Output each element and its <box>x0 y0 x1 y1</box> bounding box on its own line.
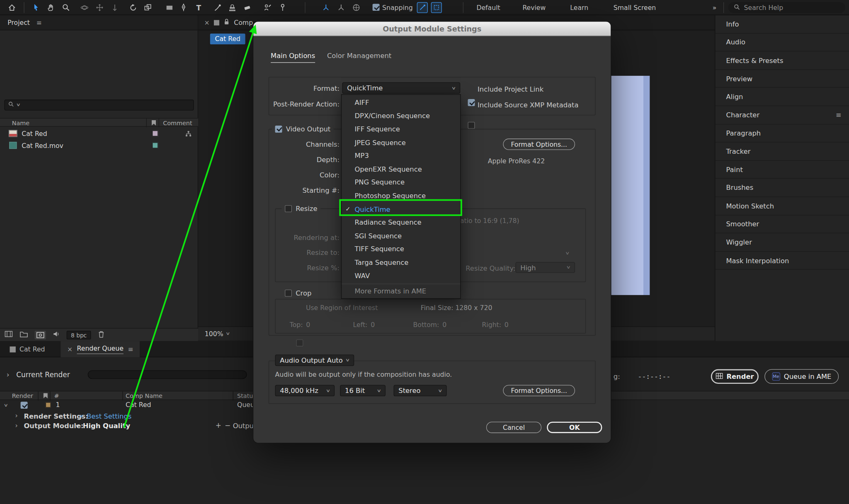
axis-mode-world-icon[interactable] <box>336 3 347 13</box>
panel-tab-mask-interpolation[interactable]: Mask Interpolation <box>715 252 849 270</box>
panel-menu-icon[interactable]: ≡ <box>836 111 842 119</box>
selection-tool-icon[interactable] <box>30 3 41 13</box>
roto-brush-tool-icon[interactable] <box>262 3 273 13</box>
column-divider[interactable] <box>38 391 38 400</box>
type-tool-icon[interactable]: T <box>193 3 204 13</box>
timeline-tab-cat-red[interactable]: Cat Red <box>10 341 45 357</box>
crop-field-value[interactable]: 0 <box>306 321 310 329</box>
format-menu-item[interactable]: AIFF <box>342 96 460 109</box>
audio-channels-dropdown[interactable]: Stereo ∨ <box>394 385 447 396</box>
snap-along-edges-icon[interactable] <box>417 2 428 13</box>
format-menu-item[interactable]: Photoshop Sequence <box>342 189 460 202</box>
search-help-field[interactable]: Search Help <box>728 2 845 13</box>
crop-checkbox[interactable] <box>285 289 292 296</box>
snap-beyond-extents-icon[interactable] <box>431 2 442 13</box>
dialog-title-bar[interactable]: Output Module Settings <box>253 22 611 36</box>
panel-tab-effects-presets[interactable]: Effects & Presets <box>715 51 849 70</box>
zoom-tool-icon[interactable] <box>61 3 71 13</box>
add-output-module-icon[interactable]: + <box>216 421 221 429</box>
tab-main-options[interactable]: Main Options <box>271 51 315 63</box>
disclosure-icon[interactable]: › <box>15 422 18 429</box>
delete-icon[interactable] <box>97 330 105 340</box>
video-output-toggle[interactable]: Video Output <box>272 125 334 133</box>
resize-toggle[interactable]: Resize <box>281 205 320 212</box>
column-divider[interactable] <box>146 119 147 127</box>
workspace-tab-review[interactable]: Review <box>522 4 546 11</box>
column-divider[interactable] <box>159 119 159 127</box>
label-color-swatch[interactable] <box>152 143 158 148</box>
close-icon[interactable]: × <box>204 19 209 26</box>
resize-quality-dropdown[interactable]: High ∨ <box>515 262 575 273</box>
panel-tab-paragraph[interactable]: Paragraph <box>715 124 849 143</box>
project-row-footage[interactable]: Cat Red.mov <box>0 140 198 152</box>
chevron-down-icon[interactable]: ∨ <box>226 332 230 336</box>
workspace-tab-learn[interactable]: Learn <box>570 4 588 11</box>
panel-tab-paint[interactable]: Paint <box>715 161 849 179</box>
label-color-column-icon[interactable] <box>152 120 156 126</box>
bit-depth-button[interactable]: 8 bpc <box>67 330 91 339</box>
lock-icon[interactable] <box>224 18 230 27</box>
new-composition-icon[interactable] <box>35 330 46 339</box>
panel-tab-motion-sketch[interactable]: Motion Sketch <box>715 197 849 215</box>
queue-in-ame-button[interactable]: Me Queue in AME <box>764 369 839 384</box>
format-menu-item[interactable]: Radiance Sequence <box>342 216 460 229</box>
format-menu-item[interactable]: WAV <box>342 269 460 282</box>
chevron-down-icon[interactable]: ∨ <box>4 403 8 407</box>
remove-output-module-icon[interactable]: − <box>225 421 230 429</box>
project-row-comp[interactable]: Cat Red <box>0 128 198 140</box>
zoom-level-dropdown[interactable]: 100% <box>205 330 223 337</box>
format-menu-item[interactable]: PNG Sequence <box>342 176 460 189</box>
pan-behind-tool-icon[interactable] <box>143 3 153 13</box>
use-roi-checkbox[interactable] <box>296 339 303 346</box>
workspace-tab-small-screen[interactable]: Small Screen <box>614 4 656 11</box>
new-folder-icon[interactable] <box>19 330 28 339</box>
audio-sample-rate-dropdown[interactable]: 48,000 kHz ∨ <box>275 385 335 396</box>
cancel-button[interactable]: Cancel <box>486 422 541 433</box>
hand-tool-icon[interactable] <box>46 3 56 13</box>
format-menu-item[interactable]: Targa Sequence <box>342 256 460 269</box>
eraser-tool-icon[interactable] <box>242 3 253 13</box>
resize-checkbox[interactable] <box>285 205 292 212</box>
render-settings-value[interactable]: Best Settings <box>87 412 131 420</box>
column-header-name[interactable]: Name <box>12 120 29 127</box>
label-color-swatch[interactable] <box>46 402 51 407</box>
panel-tab-audio[interactable]: Audio <box>715 33 849 51</box>
tab-color-management[interactable]: Color Management <box>327 51 391 60</box>
crop-field-value[interactable]: 0 <box>505 321 509 329</box>
audio-output-dropdown[interactable]: Audio Output Auto ∨ <box>275 355 354 366</box>
interpret-footage-icon[interactable] <box>4 330 13 339</box>
composition-tab-label[interactable]: Comp <box>234 19 253 26</box>
format-menu-item[interactable]: TIFF Sequence <box>342 242 460 256</box>
workspace-tab-default[interactable]: Default <box>476 4 500 11</box>
column-header-comment[interactable]: Comment <box>163 120 192 127</box>
orbit-camera-tool-icon[interactable] <box>79 3 90 13</box>
puppet-pin-tool-icon[interactable] <box>277 3 288 13</box>
active-comp-button[interactable]: Cat Red <box>210 34 245 44</box>
label-color-swatch[interactable] <box>152 131 158 136</box>
ok-button[interactable]: OK <box>547 422 602 433</box>
column-divider[interactable] <box>233 391 233 400</box>
format-menu-item-selected[interactable]: ✓ QuickTime <box>342 202 460 216</box>
format-menu-item[interactable]: IFF Sequence <box>342 122 460 136</box>
chevron-down-icon[interactable]: ∨ <box>75 424 80 428</box>
column-header-render[interactable]: Render <box>12 393 33 400</box>
shape-tool-icon[interactable] <box>164 3 175 13</box>
crop-toggle[interactable]: Crop <box>281 289 315 296</box>
format-menu-item[interactable]: DPX/Cineon Sequence <box>342 109 460 122</box>
format-menu-item[interactable]: MP3 <box>342 149 460 162</box>
format-menu-item[interactable]: SGI Sequence <box>342 229 460 242</box>
panel-tab-align[interactable]: Align <box>715 88 849 106</box>
format-menu-footer[interactable]: More Formats in AME <box>342 284 460 298</box>
snapping-checkbox[interactable] <box>373 4 380 11</box>
panel-tab-brushes[interactable]: Brushes <box>715 179 849 197</box>
close-icon[interactable]: × <box>67 345 73 353</box>
home-icon[interactable] <box>7 3 17 13</box>
workspace-overflow-icon[interactable]: » <box>713 4 717 11</box>
column-divider[interactable] <box>50 391 50 400</box>
include-project-link-checkbox[interactable] <box>468 99 475 106</box>
column-header-comp-name[interactable]: Comp Name <box>126 393 163 400</box>
video-output-checkbox[interactable] <box>275 125 282 132</box>
brush-tool-icon[interactable] <box>212 3 223 13</box>
clone-stamp-tool-icon[interactable] <box>227 3 238 13</box>
audio-format-options-button[interactable]: Format Options... <box>503 385 575 396</box>
